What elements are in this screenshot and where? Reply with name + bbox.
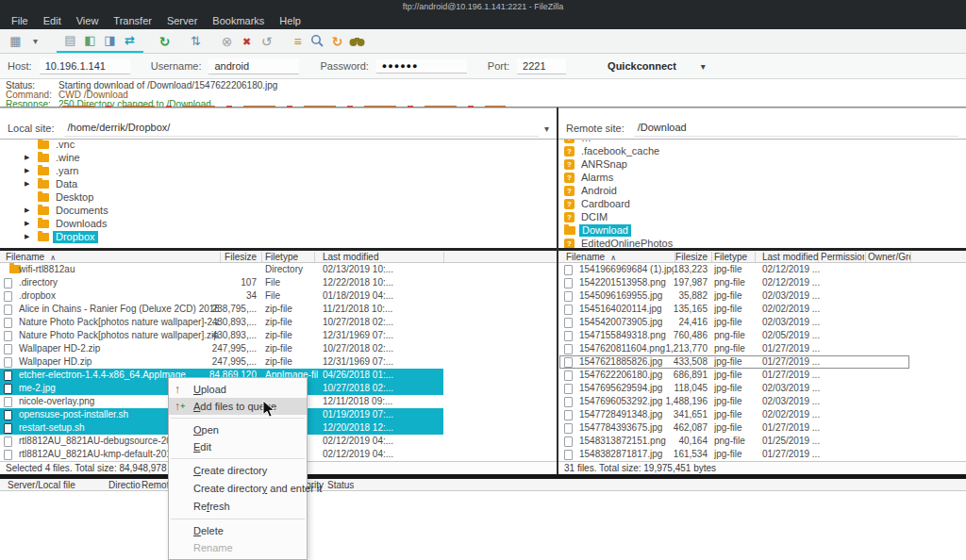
column-header-filesize[interactable]: Filesize [636,251,708,263]
column-header-filetype[interactable]: Filetype [265,251,318,263]
toggle-transfer-queue-icon[interactable]: ⇄ [120,30,140,51]
tree-item-desktop[interactable]: Desktop [0,190,557,204]
expander-icon[interactable]: ▶ [25,154,32,161]
menu-item-edit[interactable]: Edit [169,438,307,455]
toggle-message-log-icon[interactable]: ▤ [60,30,80,51]
local-site-path-input[interactable]: /home/derrik/Dropbox/ [64,121,539,137]
file-row[interactable]: .dropbox34File01/18/2019 04:... [0,289,443,303]
remote-site-path-input[interactable]: /Download [634,121,958,137]
tree-item-cardboard[interactable]: ?Cardboard [558,197,966,210]
file-row[interactable]: Nature Photo Pack[photos nature wallpape… [0,316,443,329]
file-row[interactable]: 1542201513958.png197,987png-file02/12/20… [558,276,910,289]
menu-item-upload[interactable]: ↑Upload [169,381,307,398]
file-row[interactable]: 1547620811604.png1,213,770png-file01/27/… [558,342,910,355]
password-input[interactable]: ●●●●●● [376,59,467,74]
column-separator[interactable] [755,252,756,262]
quickconnect-button[interactable]: Quickconnect ▾ [608,60,706,72]
file-row[interactable]: .directory107File12/22/2018 10:... [0,276,443,289]
column-header-owner-group[interactable]: Owner/Group [868,251,910,263]
tree-item-facebook-cache[interactable]: ?.facebook_cache [558,144,966,157]
menu-view[interactable]: View [69,13,107,29]
file-row[interactable]: 1545096169955.jpg35,882jpg-file02/03/201… [558,289,910,303]
tree-item-alarms[interactable]: ?Alarms [558,171,966,184]
expander-icon[interactable]: ▶ [25,206,32,214]
tree-item-data[interactable]: ▶Data [0,177,557,190]
column-separator[interactable] [711,252,712,262]
username-input[interactable]: android [208,58,299,74]
expander-icon[interactable]: ▶ [25,167,32,174]
file-row[interactable]: 1548382871817.jpg161,534jpg-file01/27/20… [558,448,910,461]
column-header-permissions[interactable]: Permissions [821,251,864,263]
refresh-icon[interactable]: ↻ [155,31,175,52]
site-manager-dropdown-icon[interactable]: ▾ [25,31,45,52]
file-row[interactable]: 1548313872151.png40,164png-file01/25/201… [558,435,910,448]
menu-item-refresh[interactable]: Refresh [169,498,307,516]
menu-bookmarks[interactable]: Bookmarks [205,13,272,29]
queue-column-status[interactable]: Status [327,479,384,491]
local-site-dropdown-icon[interactable]: ▾ [544,124,549,134]
queue-column-server-local-file[interactable]: Server/Local file [8,479,107,491]
column-header-filename[interactable]: Filename∧ [6,251,213,263]
column-header-last-modified[interactable]: Last modified [762,251,821,263]
column-separator[interactable] [675,252,675,262]
column-separator[interactable] [443,252,444,262]
file-row[interactable]: 1547155849318.png760,486png-file02/05/20… [558,329,910,342]
file-row[interactable]: Alice in Chains - Ranier Fog (Deluxe 2CD… [0,303,443,316]
column-header-filetype[interactable]: Filetype [714,251,758,263]
tree-item-anrsnap[interactable]: ?ANRSnap [558,157,966,171]
tree-item-android[interactable]: ?Android [558,184,966,197]
file-row[interactable]: 1545420073905.jpg24,416jpg-file02/03/201… [558,316,910,329]
expander-icon[interactable]: ▶ [25,233,32,240]
reconnect-icon[interactable]: ↺ [257,31,276,52]
tree-item-editedonlinephotos[interactable]: ?EditedOnlinePhotos [558,237,966,248]
tree-item-documents[interactable]: ▶Documents [0,204,557,217]
find-files-icon[interactable] [347,31,367,52]
menu-server[interactable]: Server [159,13,205,29]
queue-column-direction[interactable]: Direction [108,479,141,491]
menu-transfer[interactable]: Transfer [106,13,159,29]
quickconnect-dropdown-icon[interactable]: ▾ [701,61,706,72]
menu-item-create-directory[interactable]: Create directory [169,462,307,480]
cancel-operation-icon[interactable]: ⊗ [217,31,237,52]
file-row[interactable]: Wallpaper HD.zip247,995,...zip-file12/31… [0,355,443,369]
column-header-last-modified[interactable]: Last modified [323,251,436,263]
menu-help[interactable]: Help [272,13,308,29]
column-separator[interactable] [910,252,911,262]
file-row[interactable]: Nature Photo Pack[photos nature wallpape… [0,329,443,342]
file-row[interactable]: wifi-rtl8812auDirectory02/13/2019 10:... [0,263,443,276]
tree-item-yarn[interactable]: ▶.yarn [0,164,557,177]
menu-item-open[interactable]: Open [169,421,307,438]
column-header-filesize[interactable]: Filesize [185,251,257,263]
menu-item-add-files-to-queue[interactable]: ↑+Add files to queue [169,398,307,415]
tree-item-dcim[interactable]: ?DCIM [558,210,966,223]
host-input[interactable]: 10.196.1.141 [40,58,130,74]
toggle-remote-tree-icon[interactable]: ◨ [100,30,120,51]
menu-item-create-directory-and-enter-it[interactable]: Create directory and enter it [169,480,307,498]
menu-file[interactable]: File [4,13,36,29]
file-row[interactable]: 1547728491348.jpg341,651jpg-file02/02/20… [558,408,910,421]
synchronized-browsing-icon[interactable]: ↻ [327,31,347,52]
site-manager-icon[interactable]: ▦ [6,31,25,52]
file-row[interactable]: 1547621885826.jpg433,508jpg-file01/27/20… [558,355,910,369]
tree-item-download[interactable]: Download [558,223,966,237]
tree-item-vnc[interactable]: .vnc [0,140,557,151]
toggle-local-tree-icon[interactable]: ◧ [80,30,100,51]
process-queue-icon[interactable]: ⇅ [186,31,206,52]
disconnect-icon[interactable]: ✖ [237,31,257,52]
menu-item-delete[interactable]: Delete [169,522,307,539]
expander-icon[interactable]: ▶ [25,220,32,227]
column-separator[interactable] [865,252,866,262]
file-row[interactable]: 1547695629594.jpg118,045jpg-file02/03/20… [558,382,910,395]
directory-listing-filters-icon[interactable]: ≡ [288,31,308,52]
tree-item-wine[interactable]: ▶.wine [0,151,557,164]
tree-item-dropbox[interactable]: ▶Dropbox [0,230,557,243]
file-row[interactable]: 1547784393675.jpg462,087jpg-file01/27/20… [558,421,910,435]
directory-comparison-icon[interactable] [308,31,327,52]
column-separator[interactable] [314,252,315,262]
column-separator[interactable] [261,252,262,262]
file-row[interactable]: 1547696053292.jpg1,488,196jpg-file02/03/… [558,395,910,408]
port-input[interactable]: 2221 [517,58,566,74]
expander-icon[interactable]: ▶ [25,180,32,188]
file-row[interactable]: 1547622206180.jpg686,891jpg-file01/27/20… [558,369,910,382]
file-row[interactable]: 1545164020114.jpg135,165jpg-file02/02/20… [558,303,910,316]
